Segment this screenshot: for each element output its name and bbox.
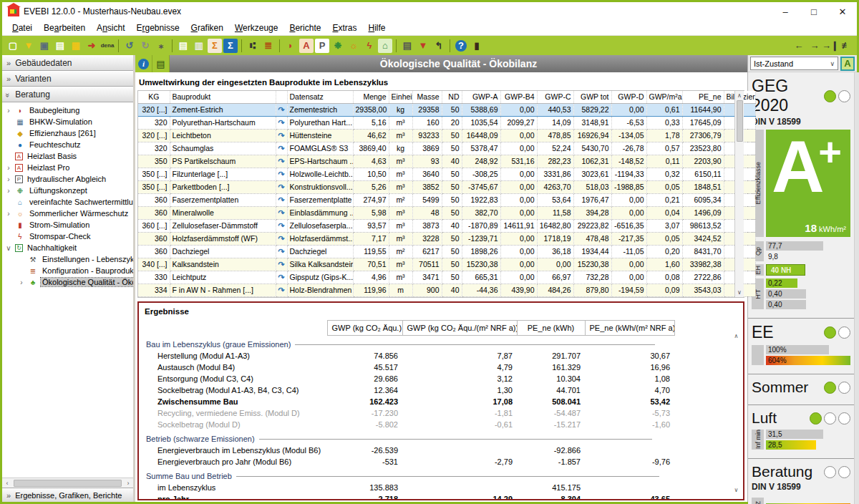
products-table[interactable]: KGBauproduktDatensatzMengeEinheitMasseND… (138, 91, 756, 297)
minimize-button[interactable]: – (771, 4, 800, 19)
menu-werkzeuge[interactable]: Werkzeuge (229, 21, 283, 34)
dataset-link-icon[interactable]: ↷ (276, 142, 287, 155)
menu-extras[interactable]: Extras (326, 21, 362, 34)
column-header-KG[interactable]: KG (138, 91, 170, 103)
open-folder-icon[interactable]: ▼ (21, 39, 36, 53)
table-row[interactable]: 360Holzfaserdämmstoff (WF)↷Holzfaserdämm… (138, 232, 755, 245)
dataset-link-icon[interactable]: ↷ (276, 180, 287, 193)
table-row[interactable]: 320Polyurethan-Hartschaum↷Polyurethan Ha… (138, 116, 755, 129)
dataset-link-icon[interactable]: ↷ (276, 258, 287, 271)
help-icon[interactable]: ? (455, 40, 467, 52)
column-header-Masse[interactable]: Masse (412, 91, 442, 103)
column-header-GWP-C[interactable]: GWP-C (537, 91, 573, 103)
document-alert-icon[interactable]: ▼ (416, 39, 430, 53)
sidebar-section-beratung[interactable]: »Beratung (2, 87, 133, 102)
import-icon[interactable]: ➜ (84, 39, 99, 53)
dena-logo[interactable]: dena (100, 39, 115, 53)
return-arrow-icon[interactable]: ↰ (432, 39, 446, 53)
scrollbar-thumb[interactable] (14, 480, 122, 487)
efficiency-class-button[interactable]: A (840, 57, 855, 71)
column-header-GWP tot[interactable]: GWP tot (573, 91, 611, 103)
table-vertical-scrollbar[interactable]: ∧ ∨ (734, 91, 744, 297)
lightning-icon[interactable]: ϟ (362, 39, 377, 53)
heizlast-icon[interactable]: A (299, 39, 314, 53)
menu-ansicht[interactable]: Ansicht (91, 21, 130, 34)
status-circle-green[interactable] (810, 412, 822, 425)
tree-item-vereinfachte-sachwertermittlung[interactable]: ⌂vereinfachte Sachwertermittlung (2, 196, 133, 208)
variant-select[interactable]: Ist-Zustand ∨ (750, 57, 838, 70)
dataset-link-icon[interactable]: ↷ (276, 193, 287, 206)
column-header-GWP-A[interactable]: GWP-A (462, 91, 500, 103)
menu-hilfe[interactable]: Hilfe (363, 21, 392, 34)
table-row[interactable]: 330Leichtputz↷Gipsputz (Gips-K...4,96m³3… (138, 271, 755, 284)
menu-datei[interactable]: Datei (6, 21, 38, 34)
document-list-icon[interactable]: ▤ (400, 39, 414, 53)
menu-grafiken[interactable]: Grafiken (185, 21, 229, 34)
tree-expander-icon[interactable]: › (5, 164, 12, 172)
tree-item-bhkw-simulation[interactable]: ▦BHKW-Simulation (2, 116, 133, 127)
table-row[interactable]: 340 [...]Kalksandstein↷Silka Kalksandste… (138, 258, 755, 271)
nav-forward-icon[interactable]: → (807, 39, 822, 53)
ventilation-icon[interactable]: ❉ (331, 39, 345, 53)
tree-expander-icon[interactable]: › (5, 175, 12, 183)
tree-expander-icon[interactable]: › (5, 107, 12, 115)
tree-item-einstellungen-lebenszyklus[interactable]: ⚒Einstellungen - Lebenszyklus (2, 253, 133, 265)
tree-expander-icon[interactable]: ∨ (5, 244, 12, 252)
status-circle-green[interactable] (824, 326, 836, 339)
scrollbar-thumb[interactable] (737, 100, 743, 142)
report-icon[interactable]: ▤ (176, 39, 190, 53)
table-row[interactable]: 360Dachziegel↷Dachziegel119,55m²62175018… (138, 245, 755, 258)
dataset-link-icon[interactable]: ↷ (276, 155, 287, 168)
report-button[interactable]: ▤ (152, 55, 170, 72)
save-icon[interactable]: ▣ (37, 39, 52, 53)
dataset-link-icon[interactable]: ↷ (276, 271, 287, 284)
scroll-left-icon[interactable]: ‹ (2, 480, 12, 487)
tree-item-heizlast-pro[interactable]: ›AHeizlast Pro (2, 162, 133, 173)
menu-ergebnisse[interactable]: Ergebnisse (131, 21, 185, 34)
config-list-icon[interactable]: ≣ (261, 39, 276, 53)
column-header-Datensatz[interactable]: Datensatz (287, 91, 353, 103)
hydraulik-icon[interactable]: P (315, 39, 329, 53)
dataset-link-icon[interactable]: ↷ (276, 116, 287, 129)
table-row[interactable]: 360Mineralwolle↷Einblasdämmung ...5,98m³… (138, 206, 755, 219)
tree-item-stromspar-check[interactable]: ϟStromspar-Check (2, 231, 133, 242)
sidebar-section-varianten[interactable]: »Varianten (2, 71, 133, 87)
status-circle-empty[interactable] (838, 326, 850, 339)
menu-berichte[interactable]: Berichte (283, 21, 326, 34)
table-row[interactable]: 320Schaumglas↷FOAMGLAS® S33869,40kg38695… (138, 142, 755, 155)
contrast-icon[interactable]: ▮ (470, 39, 484, 53)
sun-icon[interactable]: ☼ (346, 39, 361, 53)
scroll-right-icon[interactable]: › (123, 480, 133, 487)
tree-item-ökologische-qualität-ökobi[interactable]: ›♣Ökologische Qualität - Ökobi (2, 276, 133, 288)
scroll-up-icon[interactable]: ∧ (734, 331, 739, 341)
scroll-down-icon[interactable]: ∨ (735, 288, 744, 297)
dataset-link-icon[interactable]: ↷ (276, 232, 287, 245)
paste-icon[interactable]: ▦ (69, 39, 83, 53)
table-row[interactable]: 350PS Partikelschaum↷EPS-Hartschaum ...4… (138, 155, 755, 168)
column-header-link[interactable] (276, 91, 287, 103)
table-row[interactable]: 360 [...]Zellulosefaser-Dämmstoff↷Zellul… (138, 219, 755, 232)
tree-item-baubegleitung[interactable]: ›◗Baubegleitung (2, 105, 133, 116)
info-button[interactable]: i (135, 55, 152, 72)
column-header-ND[interactable]: ND (442, 91, 462, 103)
menu-bearbeiten[interactable]: Bearbeiten (38, 21, 91, 34)
construction-cap-icon[interactable]: ◗ (283, 39, 298, 53)
maximize-button[interactable]: □ (800, 4, 828, 19)
copy-icon[interactable]: ▤ (53, 39, 67, 53)
column-header-Einheit[interactable]: Einheit (389, 91, 412, 103)
tree-item-konfiguration-bauprodukte[interactable]: ≣Konfiguration - Bauprodukte (2, 265, 133, 276)
table-row[interactable]: 320 [...]Zement-Estrich↷Zementestrich293… (138, 103, 755, 116)
dataset-link-icon[interactable]: ↷ (276, 245, 287, 258)
sum-orange-icon[interactable]: Σ (208, 39, 222, 53)
status-circle-empty[interactable] (838, 382, 850, 394)
nav-jump-icon[interactable]: →❙ (823, 39, 838, 53)
results-vertical-scrollbar[interactable]: ∧ ∨ (732, 331, 741, 495)
tree-expander-icon[interactable]: › (5, 187, 12, 195)
eco-house-icon[interactable]: ⌂ (378, 39, 392, 53)
dataset-link-icon[interactable]: ↷ (276, 129, 287, 142)
status-circle-empty[interactable] (824, 412, 836, 425)
column-header-Bauprodukt[interactable]: Bauprodukt (170, 91, 276, 103)
scroll-down-icon[interactable]: ∨ (734, 485, 739, 495)
table-row[interactable]: 350 [...]Parkettboden [...]↷Konstruktion… (138, 180, 755, 193)
redo-icon[interactable]: ↻ (138, 39, 152, 53)
